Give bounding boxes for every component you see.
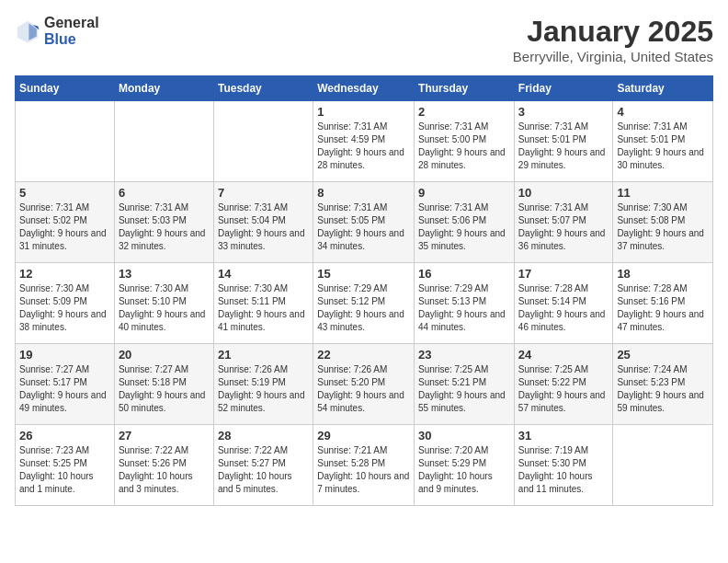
calendar-cell: 12Sunrise: 7:30 AM Sunset: 5:09 PM Dayli…	[16, 263, 115, 344]
logo-general-text: General	[44, 15, 99, 31]
calendar-title: January 2025	[513, 15, 713, 49]
day-number: 1	[317, 105, 410, 119]
day-info: Sunrise: 7:24 AM Sunset: 5:23 PM Dayligh…	[617, 363, 709, 415]
day-info: Sunrise: 7:31 AM Sunset: 5:01 PM Dayligh…	[617, 121, 709, 172]
weekday-header-sunday: Sunday	[16, 76, 115, 101]
day-info: Sunrise: 7:22 AM Sunset: 5:26 PM Dayligh…	[119, 444, 210, 496]
day-info: Sunrise: 7:31 AM Sunset: 5:07 PM Dayligh…	[518, 201, 609, 253]
calendar-table: SundayMondayTuesdayWednesdayThursdayFrid…	[15, 75, 713, 506]
calendar-body: 1Sunrise: 7:31 AM Sunset: 4:59 PM Daylig…	[16, 101, 713, 506]
calendar-cell: 13Sunrise: 7:30 AM Sunset: 5:10 PM Dayli…	[114, 263, 213, 344]
title-section: January 2025 Berryville, Virginia, Unite…	[513, 15, 713, 64]
day-number: 2	[418, 105, 510, 119]
calendar-cell: 24Sunrise: 7:25 AM Sunset: 5:22 PM Dayli…	[514, 344, 613, 425]
day-number: 15	[317, 267, 410, 281]
day-info: Sunrise: 7:30 AM Sunset: 5:08 PM Dayligh…	[617, 201, 709, 253]
day-info: Sunrise: 7:22 AM Sunset: 5:27 PM Dayligh…	[218, 444, 309, 496]
calendar-cell: 20Sunrise: 7:27 AM Sunset: 5:18 PM Dayli…	[114, 344, 213, 425]
day-info: Sunrise: 7:26 AM Sunset: 5:20 PM Dayligh…	[317, 363, 410, 415]
day-number: 28	[218, 429, 309, 442]
calendar-cell: 29Sunrise: 7:21 AM Sunset: 5:28 PM Dayli…	[313, 425, 415, 506]
day-number: 4	[617, 105, 709, 119]
day-info: Sunrise: 7:31 AM Sunset: 5:03 PM Dayligh…	[119, 201, 210, 253]
logo: General Blue	[15, 15, 99, 47]
weekday-header-monday: Monday	[114, 76, 213, 101]
weekday-header-saturday: Saturday	[613, 76, 713, 101]
day-number: 24	[518, 348, 609, 362]
calendar-cell: 7Sunrise: 7:31 AM Sunset: 5:04 PM Daylig…	[213, 182, 313, 263]
weekday-header-wednesday: Wednesday	[313, 76, 415, 101]
weekday-header-friday: Friday	[514, 76, 613, 101]
weekday-header-tuesday: Tuesday	[213, 76, 313, 101]
calendar-cell: 2Sunrise: 7:31 AM Sunset: 5:00 PM Daylig…	[415, 101, 515, 182]
day-number: 25	[617, 348, 709, 362]
day-info: Sunrise: 7:29 AM Sunset: 5:12 PM Dayligh…	[317, 282, 410, 334]
calendar-cell: 5Sunrise: 7:31 AM Sunset: 5:02 PM Daylig…	[16, 182, 115, 263]
day-number: 6	[119, 186, 210, 200]
day-number: 23	[418, 348, 510, 362]
day-info: Sunrise: 7:31 AM Sunset: 4:59 PM Dayligh…	[317, 121, 410, 172]
calendar-header: SundayMondayTuesdayWednesdayThursdayFrid…	[16, 76, 713, 101]
day-info: Sunrise: 7:30 AM Sunset: 5:11 PM Dayligh…	[218, 282, 309, 334]
weekday-header-row: SundayMondayTuesdayWednesdayThursdayFrid…	[16, 76, 713, 101]
day-number: 10	[518, 186, 609, 200]
logo-blue-text: Blue	[44, 31, 99, 48]
calendar-cell: 15Sunrise: 7:29 AM Sunset: 5:12 PM Dayli…	[313, 263, 415, 344]
day-info: Sunrise: 7:30 AM Sunset: 5:09 PM Dayligh…	[19, 282, 110, 334]
calendar-cell: 30Sunrise: 7:20 AM Sunset: 5:29 PM Dayli…	[415, 425, 515, 506]
day-info: Sunrise: 7:27 AM Sunset: 5:18 PM Dayligh…	[119, 363, 210, 415]
calendar-cell: 22Sunrise: 7:26 AM Sunset: 5:20 PM Dayli…	[313, 344, 415, 425]
day-info: Sunrise: 7:31 AM Sunset: 5:01 PM Dayligh…	[518, 121, 609, 172]
day-info: Sunrise: 7:25 AM Sunset: 5:22 PM Dayligh…	[518, 363, 609, 415]
logo-icon	[15, 18, 40, 44]
day-number: 7	[218, 186, 309, 200]
day-number: 8	[317, 186, 410, 200]
day-number: 20	[119, 348, 210, 362]
day-info: Sunrise: 7:31 AM Sunset: 5:06 PM Dayligh…	[418, 201, 510, 253]
calendar-cell: 4Sunrise: 7:31 AM Sunset: 5:01 PM Daylig…	[613, 101, 713, 182]
day-number: 13	[119, 267, 210, 281]
day-number: 26	[19, 429, 110, 442]
calendar-cell: 25Sunrise: 7:24 AM Sunset: 5:23 PM Dayli…	[613, 344, 713, 425]
day-number: 27	[119, 429, 210, 442]
calendar-cell: 6Sunrise: 7:31 AM Sunset: 5:03 PM Daylig…	[114, 182, 213, 263]
calendar-cell: 8Sunrise: 7:31 AM Sunset: 5:05 PM Daylig…	[313, 182, 415, 263]
day-info: Sunrise: 7:26 AM Sunset: 5:19 PM Dayligh…	[218, 363, 309, 415]
calendar-cell: 27Sunrise: 7:22 AM Sunset: 5:26 PM Dayli…	[114, 425, 213, 506]
calendar-cell: 31Sunrise: 7:19 AM Sunset: 5:30 PM Dayli…	[514, 425, 613, 506]
day-number: 19	[19, 348, 110, 362]
calendar-cell: 18Sunrise: 7:28 AM Sunset: 5:16 PM Dayli…	[613, 263, 713, 344]
calendar-cell: 21Sunrise: 7:26 AM Sunset: 5:19 PM Dayli…	[213, 344, 313, 425]
weekday-header-thursday: Thursday	[415, 76, 515, 101]
day-info: Sunrise: 7:23 AM Sunset: 5:25 PM Dayligh…	[19, 444, 110, 496]
day-number: 17	[518, 267, 609, 281]
day-info: Sunrise: 7:20 AM Sunset: 5:29 PM Dayligh…	[418, 444, 510, 496]
calendar-cell	[213, 101, 313, 182]
calendar-week-1: 1Sunrise: 7:31 AM Sunset: 4:59 PM Daylig…	[16, 101, 713, 182]
calendar-cell: 26Sunrise: 7:23 AM Sunset: 5:25 PM Dayli…	[16, 425, 115, 506]
day-number: 16	[418, 267, 510, 281]
day-info: Sunrise: 7:31 AM Sunset: 5:00 PM Dayligh…	[418, 121, 510, 172]
logo-text: General Blue	[44, 15, 99, 47]
day-number: 21	[218, 348, 309, 362]
calendar-cell: 19Sunrise: 7:27 AM Sunset: 5:17 PM Dayli…	[16, 344, 115, 425]
calendar-week-4: 19Sunrise: 7:27 AM Sunset: 5:17 PM Dayli…	[16, 344, 713, 425]
calendar-week-5: 26Sunrise: 7:23 AM Sunset: 5:25 PM Dayli…	[16, 425, 713, 506]
day-info: Sunrise: 7:31 AM Sunset: 5:04 PM Dayligh…	[218, 201, 309, 253]
day-info: Sunrise: 7:21 AM Sunset: 5:28 PM Dayligh…	[317, 444, 410, 496]
calendar-cell: 23Sunrise: 7:25 AM Sunset: 5:21 PM Dayli…	[415, 344, 515, 425]
calendar-cell: 10Sunrise: 7:31 AM Sunset: 5:07 PM Dayli…	[514, 182, 613, 263]
day-number: 5	[19, 186, 110, 200]
day-number: 9	[418, 186, 510, 200]
day-number: 29	[317, 429, 410, 442]
calendar-cell: 14Sunrise: 7:30 AM Sunset: 5:11 PM Dayli…	[213, 263, 313, 344]
day-info: Sunrise: 7:28 AM Sunset: 5:14 PM Dayligh…	[518, 282, 609, 334]
calendar-cell: 17Sunrise: 7:28 AM Sunset: 5:14 PM Dayli…	[514, 263, 613, 344]
day-info: Sunrise: 7:27 AM Sunset: 5:17 PM Dayligh…	[19, 363, 110, 415]
day-info: Sunrise: 7:30 AM Sunset: 5:10 PM Dayligh…	[119, 282, 210, 334]
day-number: 12	[19, 267, 110, 281]
calendar-cell	[114, 101, 213, 182]
calendar-cell: 3Sunrise: 7:31 AM Sunset: 5:01 PM Daylig…	[514, 101, 613, 182]
calendar-cell: 16Sunrise: 7:29 AM Sunset: 5:13 PM Dayli…	[415, 263, 515, 344]
day-number: 14	[218, 267, 309, 281]
